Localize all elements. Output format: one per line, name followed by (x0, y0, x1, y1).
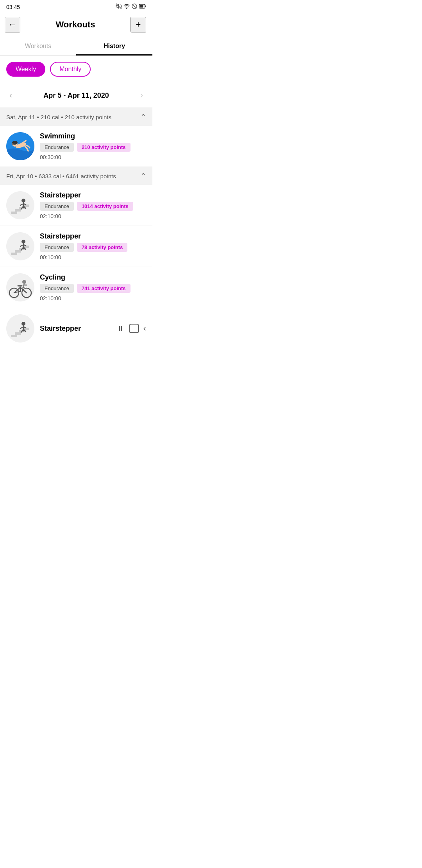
filter-weekly[interactable]: Weekly (6, 62, 45, 77)
workout-duration-swimming: 00:30:00 (40, 154, 146, 160)
day-header-chevron-apr11[interactable]: ⌃ (140, 113, 146, 121)
date-nav: ‹ Apr 5 - Apr 11, 2020 › (0, 83, 152, 108)
app-bar-title: Workouts (55, 20, 95, 30)
bottom-icons: ⏸ ‹ (117, 323, 146, 334)
wifi-icon (123, 3, 130, 11)
next-date-button[interactable]: › (137, 89, 146, 102)
svg-line-44 (20, 286, 20, 287)
workout-item-cycling: Cycling Endurance 741 activity points 02… (0, 267, 152, 308)
filter-row: Weekly Monthly (0, 56, 152, 83)
svg-rect-6 (140, 5, 143, 8)
battery-icon (139, 4, 146, 10)
tag-points-cycling: 741 activity points (77, 284, 131, 293)
svg-rect-24 (11, 253, 17, 255)
date-range: Apr 5 - Apr 11, 2020 (43, 91, 109, 100)
checkbox-icon[interactable] (129, 324, 139, 333)
workout-tags-cycling: Endurance 741 activity points (40, 284, 146, 293)
avatar-partial (6, 314, 34, 343)
svg-rect-51 (11, 335, 17, 337)
tab-workouts[interactable]: Workouts (0, 37, 76, 55)
day-header-chevron-apr10[interactable]: ⌃ (140, 172, 146, 180)
workout-item-swimming: Swimming Endurance 210 activity points 0… (0, 126, 152, 167)
muted-icon (116, 3, 122, 11)
svg-rect-13 (11, 212, 17, 214)
tag-points-stairstepper2: 78 activity points (77, 243, 127, 252)
tag-endurance-stairstepper1: Endurance (40, 202, 74, 211)
day-header-text-apr10: Fri, Apr 10 • 6333 cal • 6461 activity p… (6, 173, 116, 179)
workout-info-cycling: Cycling Endurance 741 activity points 02… (40, 273, 146, 301)
prev-date-button[interactable]: ‹ (6, 89, 15, 102)
tag-endurance-stairstepper2: Endurance (40, 243, 74, 252)
workout-name-swimming: Swimming (40, 132, 146, 140)
workout-tags-stairstepper1: Endurance 1014 activity points (40, 202, 146, 211)
workout-item-partial: Stairstepper ⏸ ‹ (0, 308, 152, 349)
status-bar: 03:45 (0, 0, 152, 12)
add-button[interactable]: + (131, 17, 146, 32)
avatar-swimming (6, 132, 34, 160)
day-header-apr11: Sat, Apr 11 • 210 cal • 210 activity poi… (0, 108, 152, 126)
workout-info-stairstepper1: Stairstepper Endurance 1014 activity poi… (40, 191, 146, 219)
svg-line-3 (132, 4, 137, 9)
svg-rect-14 (15, 209, 21, 212)
workout-item-stairstepper1: Stairstepper Endurance 1014 activity poi… (0, 185, 152, 226)
tag-endurance-cycling: Endurance (40, 284, 74, 293)
workout-tags-swimming: Endurance 210 activity points (40, 143, 146, 152)
workout-duration-stairstepper1: 02:10:00 (40, 213, 146, 219)
svg-point-1 (126, 8, 127, 9)
pause-icon[interactable]: ⏸ (117, 324, 125, 333)
workout-tags-stairstepper2: Endurance 78 activity points (40, 243, 146, 252)
workout-duration-cycling: 02:10:00 (40, 295, 146, 301)
status-icons (116, 3, 146, 11)
workout-item-stairstepper2: Stairstepper Endurance 78 activity point… (0, 226, 152, 267)
workout-name-stairstepper2: Stairstepper (40, 232, 146, 240)
avatar-stairstepper2 (6, 232, 34, 260)
svg-point-45 (22, 280, 26, 284)
tabs: Workouts History (0, 37, 152, 56)
avatar-stairstepper1 (6, 191, 34, 219)
svg-rect-52 (15, 332, 21, 335)
workout-duration-stairstepper2: 00:10:00 (40, 254, 146, 260)
workout-info-stairstepper2: Stairstepper Endurance 78 activity point… (40, 232, 146, 260)
workout-name-stairstepper1: Stairstepper (40, 191, 146, 199)
day-header-text-apr11: Sat, Apr 11 • 210 cal • 210 activity poi… (6, 114, 111, 120)
status-time: 03:45 (6, 4, 20, 10)
no-sim-icon (131, 3, 138, 11)
filter-monthly[interactable]: Monthly (50, 62, 91, 77)
svg-rect-5 (145, 5, 146, 7)
svg-rect-25 (15, 250, 21, 253)
back-partial-icon[interactable]: ‹ (143, 323, 146, 334)
app-bar: ← Workouts + (0, 12, 152, 37)
avatar-cycling (6, 273, 34, 301)
back-button[interactable]: ← (5, 17, 20, 32)
tag-points-stairstepper1: 1014 activity points (77, 202, 133, 211)
tag-points-swimming: 210 activity points (77, 143, 131, 152)
tag-endurance-swimming: Endurance (40, 143, 74, 152)
workout-name-cycling: Cycling (40, 273, 146, 282)
workout-info-swimming: Swimming Endurance 210 activity points 0… (40, 132, 146, 160)
partial-name: Stairstepper (40, 325, 81, 333)
day-header-apr10: Fri, Apr 10 • 6333 cal • 6461 activity p… (0, 167, 152, 185)
svg-rect-11 (12, 143, 15, 145)
tab-history[interactable]: History (76, 37, 152, 55)
